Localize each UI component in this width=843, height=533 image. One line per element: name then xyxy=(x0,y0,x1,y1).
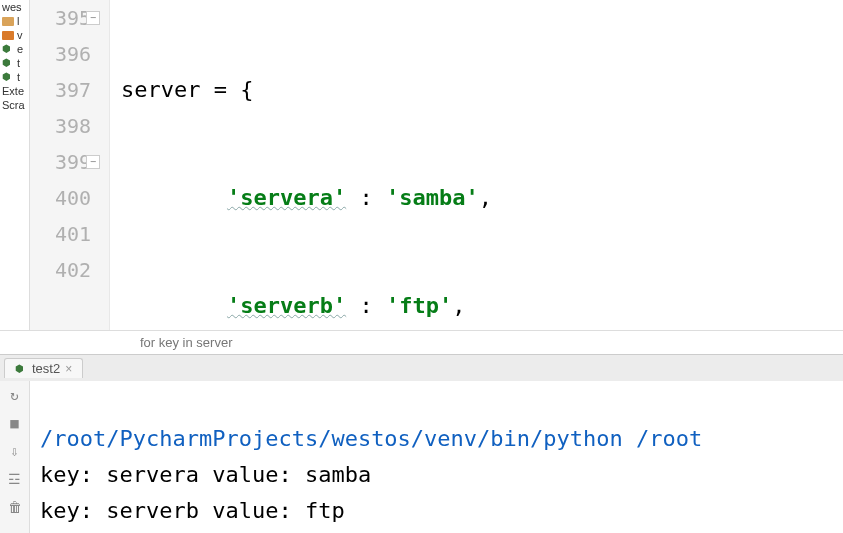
pin-icon[interactable]: ⇩ xyxy=(10,443,18,459)
line-number: 395− xyxy=(30,0,91,36)
python-icon: ⬢ xyxy=(2,43,14,55)
line-number-gutter: 395− 396 397 398 399− 400 401 402 xyxy=(30,0,110,330)
line-number: 402 xyxy=(30,252,91,288)
run-panel: ⬢ test2 × ↻ ■ ⇩ ☲ 🗑 /root/PycharmProject… xyxy=(0,354,843,533)
rerun-icon[interactable]: ↻ xyxy=(10,387,18,403)
tree-item[interactable]: Exte xyxy=(0,84,29,98)
python-icon: ⬢ xyxy=(15,363,27,375)
folder-open-icon xyxy=(2,31,14,40)
line-number: 401 xyxy=(30,216,91,252)
line-number: 400 xyxy=(30,180,91,216)
folder-icon xyxy=(2,17,14,26)
code-editor[interactable]: server = { 'servera' : 'samba', 'serverb… xyxy=(110,0,843,330)
code-line[interactable]: server = { xyxy=(115,72,843,108)
print-icon[interactable]: ☲ xyxy=(8,471,21,487)
fold-marker-icon[interactable]: − xyxy=(86,155,100,169)
fold-marker-icon[interactable]: − xyxy=(86,11,100,25)
console-line: key: servera value: samba xyxy=(40,462,371,487)
editor-area: wes l v ⬢e ⬢t ⬢t Exte Scra 395− 396 397 … xyxy=(0,0,843,330)
run-tabs: ⬢ test2 × xyxy=(0,355,843,381)
breadcrumb[interactable]: for key in server xyxy=(0,330,843,354)
tree-item[interactable]: v xyxy=(0,28,29,42)
line-number: 399− xyxy=(30,144,91,180)
tree-item[interactable]: l xyxy=(0,14,29,28)
project-tree[interactable]: wes l v ⬢e ⬢t ⬢t Exte Scra xyxy=(0,0,30,330)
stop-icon[interactable]: ■ xyxy=(10,415,18,431)
tree-item[interactable]: ⬢e xyxy=(0,42,29,56)
trash-icon[interactable]: 🗑 xyxy=(8,499,22,515)
console-output[interactable]: /root/PycharmProjects/westos/venv/bin/py… xyxy=(30,381,843,533)
console-command: /root/PycharmProjects/westos/venv/bin/py… xyxy=(40,426,702,451)
console-line: key: serverb value: ftp xyxy=(40,498,345,523)
close-icon[interactable]: × xyxy=(65,362,72,376)
tree-item[interactable]: Scra xyxy=(0,98,29,112)
line-number: 396 xyxy=(30,36,91,72)
run-toolbar: ↻ ■ ⇩ ☲ 🗑 xyxy=(0,381,30,533)
line-number: 397 xyxy=(30,72,91,108)
python-icon: ⬢ xyxy=(2,71,14,83)
run-tab[interactable]: ⬢ test2 × xyxy=(4,358,83,378)
line-number: 398 xyxy=(30,108,91,144)
tree-item[interactable]: wes xyxy=(0,0,29,14)
code-line[interactable]: 'servera' : 'samba', xyxy=(115,180,843,216)
tree-item[interactable]: ⬢t xyxy=(0,56,29,70)
python-icon: ⬢ xyxy=(2,57,14,69)
code-line[interactable]: 'serverb' : 'ftp', xyxy=(115,288,843,324)
tree-item[interactable]: ⬢t xyxy=(0,70,29,84)
